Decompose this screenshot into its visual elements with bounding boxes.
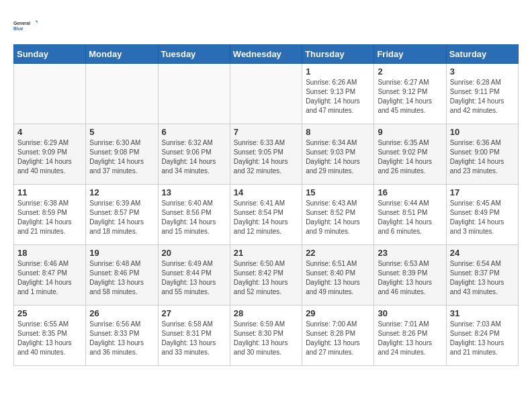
weekday-header-monday: Monday [86, 45, 158, 64]
day-info: Sunrise: 6:49 AM Sunset: 8:44 PM Dayligh… [162, 259, 226, 297]
day-info: Sunrise: 6:59 AM Sunset: 8:30 PM Dayligh… [234, 320, 298, 357]
day-info: Sunrise: 6:40 AM Sunset: 8:56 PM Dayligh… [162, 199, 226, 236]
calendar-cell: 29Sunrise: 7:00 AM Sunset: 8:28 PM Dayli… [302, 306, 374, 366]
day-number: 9 [378, 127, 442, 137]
day-number: 5 [89, 127, 154, 137]
calendar-cell: 1Sunrise: 6:26 AM Sunset: 9:13 PM Daylig… [302, 64, 374, 124]
weekday-header-wednesday: Wednesday [230, 45, 302, 64]
calendar-cell: 19Sunrise: 6:48 AM Sunset: 8:46 PM Dayli… [86, 245, 158, 306]
weekday-header-sunday: Sunday [14, 45, 86, 64]
day-info: Sunrise: 6:55 AM Sunset: 8:35 PM Dayligh… [17, 320, 82, 357]
day-number: 6 [162, 127, 226, 137]
logo-icon: General Blue [13, 13, 38, 38]
day-info: Sunrise: 6:46 AM Sunset: 8:47 PM Dayligh… [17, 259, 82, 297]
day-info: Sunrise: 6:28 AM Sunset: 9:11 PM Dayligh… [450, 78, 515, 116]
day-number: 19 [89, 248, 154, 258]
calendar-cell: 15Sunrise: 6:43 AM Sunset: 8:52 PM Dayli… [302, 185, 374, 245]
day-number: 10 [450, 127, 515, 137]
day-info: Sunrise: 6:32 AM Sunset: 9:06 PM Dayligh… [162, 138, 226, 176]
logo: General Blue [13, 13, 40, 38]
svg-text:Blue: Blue [13, 26, 24, 31]
day-number: 8 [306, 127, 370, 137]
calendar-cell [158, 64, 230, 124]
day-info: Sunrise: 6:36 AM Sunset: 9:00 PM Dayligh… [450, 138, 515, 176]
day-number: 2 [378, 66, 442, 77]
calendar-cell: 6Sunrise: 6:32 AM Sunset: 9:06 PM Daylig… [158, 124, 230, 185]
day-number: 31 [450, 308, 515, 318]
day-info: Sunrise: 6:34 AM Sunset: 9:03 PM Dayligh… [306, 138, 370, 176]
day-info: Sunrise: 7:00 AM Sunset: 8:28 PM Dayligh… [306, 320, 370, 357]
day-info: Sunrise: 7:03 AM Sunset: 8:24 PM Dayligh… [450, 320, 515, 357]
calendar-cell: 16Sunrise: 6:44 AM Sunset: 8:51 PM Dayli… [374, 185, 446, 245]
day-number: 24 [450, 248, 515, 258]
day-number: 26 [89, 308, 154, 318]
calendar-cell: 27Sunrise: 6:58 AM Sunset: 8:31 PM Dayli… [158, 306, 230, 366]
calendar-cell: 10Sunrise: 6:36 AM Sunset: 9:00 PM Dayli… [446, 124, 518, 185]
day-number: 11 [17, 187, 82, 197]
day-info: Sunrise: 6:56 AM Sunset: 8:33 PM Dayligh… [89, 320, 154, 357]
week-row-3: 11Sunrise: 6:38 AM Sunset: 8:59 PM Dayli… [14, 185, 519, 245]
calendar-cell: 22Sunrise: 6:51 AM Sunset: 8:40 PM Dayli… [302, 245, 374, 306]
calendar-cell [86, 64, 158, 124]
day-number: 3 [450, 66, 515, 77]
calendar-cell: 11Sunrise: 6:38 AM Sunset: 8:59 PM Dayli… [14, 185, 86, 245]
week-row-5: 25Sunrise: 6:55 AM Sunset: 8:35 PM Dayli… [14, 306, 519, 366]
calendar-cell: 18Sunrise: 6:46 AM Sunset: 8:47 PM Dayli… [14, 245, 86, 306]
weekday-header-friday: Friday [374, 45, 446, 64]
day-info: Sunrise: 6:41 AM Sunset: 8:54 PM Dayligh… [234, 199, 298, 236]
page-header: General Blue [13, 13, 519, 38]
day-number: 27 [162, 308, 226, 318]
weekday-header-row: SundayMondayTuesdayWednesdayThursdayFrid… [14, 45, 519, 64]
day-number: 14 [234, 187, 298, 197]
calendar-table: SundayMondayTuesdayWednesdayThursdayFrid… [13, 44, 519, 366]
week-row-4: 18Sunrise: 6:46 AM Sunset: 8:47 PM Dayli… [14, 245, 519, 306]
day-info: Sunrise: 6:38 AM Sunset: 8:59 PM Dayligh… [17, 199, 82, 236]
calendar-cell: 25Sunrise: 6:55 AM Sunset: 8:35 PM Dayli… [14, 306, 86, 366]
day-info: Sunrise: 6:43 AM Sunset: 8:52 PM Dayligh… [306, 199, 370, 236]
day-number: 30 [378, 308, 442, 318]
day-number: 20 [162, 248, 226, 258]
day-info: Sunrise: 6:53 AM Sunset: 8:39 PM Dayligh… [378, 259, 442, 297]
weekday-header-tuesday: Tuesday [158, 45, 230, 64]
week-row-1: 1Sunrise: 6:26 AM Sunset: 9:13 PM Daylig… [14, 64, 519, 124]
day-number: 21 [234, 248, 298, 258]
day-info: Sunrise: 6:27 AM Sunset: 9:12 PM Dayligh… [378, 78, 442, 116]
day-number: 4 [17, 127, 82, 137]
calendar-cell: 4Sunrise: 6:29 AM Sunset: 9:09 PM Daylig… [14, 124, 86, 185]
day-number: 22 [306, 248, 370, 258]
weekday-header-thursday: Thursday [302, 45, 374, 64]
day-info: Sunrise: 6:54 AM Sunset: 8:37 PM Dayligh… [450, 259, 515, 297]
day-info: Sunrise: 6:50 AM Sunset: 8:42 PM Dayligh… [234, 259, 298, 297]
calendar-cell: 12Sunrise: 6:39 AM Sunset: 8:57 PM Dayli… [86, 185, 158, 245]
calendar-cell: 31Sunrise: 7:03 AM Sunset: 8:24 PM Dayli… [446, 306, 518, 366]
day-info: Sunrise: 6:51 AM Sunset: 8:40 PM Dayligh… [306, 259, 370, 297]
day-number: 16 [378, 187, 442, 197]
day-info: Sunrise: 6:29 AM Sunset: 9:09 PM Dayligh… [17, 138, 82, 176]
calendar-cell: 13Sunrise: 6:40 AM Sunset: 8:56 PM Dayli… [158, 185, 230, 245]
calendar-cell: 7Sunrise: 6:33 AM Sunset: 9:05 PM Daylig… [230, 124, 302, 185]
calendar-cell: 14Sunrise: 6:41 AM Sunset: 8:54 PM Dayli… [230, 185, 302, 245]
calendar-cell: 20Sunrise: 6:49 AM Sunset: 8:44 PM Dayli… [158, 245, 230, 306]
day-info: Sunrise: 6:48 AM Sunset: 8:46 PM Dayligh… [89, 259, 154, 297]
day-info: Sunrise: 6:35 AM Sunset: 9:02 PM Dayligh… [378, 138, 442, 176]
day-number: 15 [306, 187, 370, 197]
day-info: Sunrise: 6:33 AM Sunset: 9:05 PM Dayligh… [234, 138, 298, 176]
calendar-cell [230, 64, 302, 124]
calendar-cell: 23Sunrise: 6:53 AM Sunset: 8:39 PM Dayli… [374, 245, 446, 306]
calendar-cell: 3Sunrise: 6:28 AM Sunset: 9:11 PM Daylig… [446, 64, 518, 124]
calendar-cell: 21Sunrise: 6:50 AM Sunset: 8:42 PM Dayli… [230, 245, 302, 306]
calendar-cell: 5Sunrise: 6:30 AM Sunset: 9:08 PM Daylig… [86, 124, 158, 185]
calendar-cell: 8Sunrise: 6:34 AM Sunset: 9:03 PM Daylig… [302, 124, 374, 185]
calendar-cell: 9Sunrise: 6:35 AM Sunset: 9:02 PM Daylig… [374, 124, 446, 185]
calendar-cell: 26Sunrise: 6:56 AM Sunset: 8:33 PM Dayli… [86, 306, 158, 366]
day-number: 29 [306, 308, 370, 318]
day-number: 25 [17, 308, 82, 318]
day-number: 12 [89, 187, 154, 197]
day-info: Sunrise: 6:44 AM Sunset: 8:51 PM Dayligh… [378, 199, 442, 236]
calendar-cell: 17Sunrise: 6:45 AM Sunset: 8:49 PM Dayli… [446, 185, 518, 245]
weekday-header-saturday: Saturday [446, 45, 518, 64]
day-number: 18 [17, 248, 82, 258]
day-info: Sunrise: 6:30 AM Sunset: 9:08 PM Dayligh… [89, 138, 154, 176]
day-info: Sunrise: 6:58 AM Sunset: 8:31 PM Dayligh… [162, 320, 226, 357]
day-number: 23 [378, 248, 442, 258]
